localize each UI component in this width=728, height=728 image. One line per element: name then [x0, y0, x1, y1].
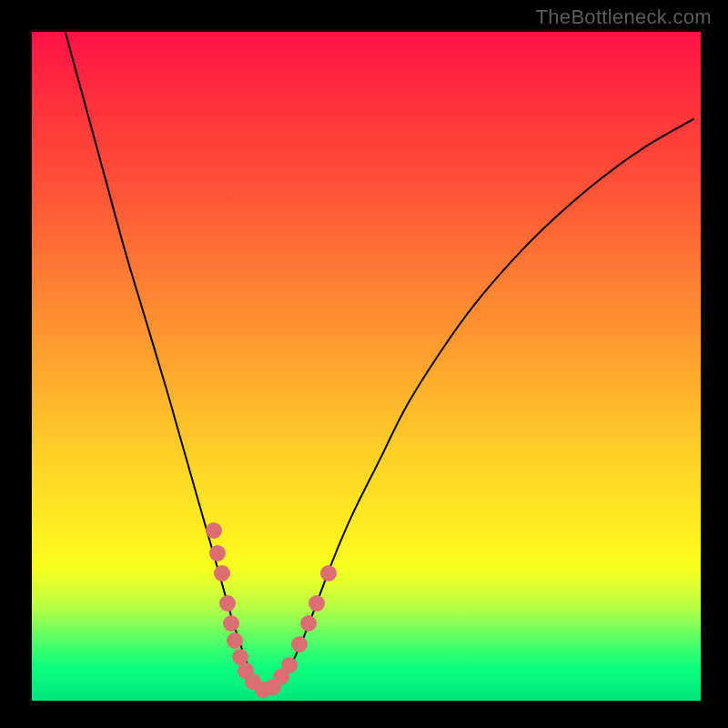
curve-svg [32, 32, 701, 701]
watermark-text: TheBottleneck.com [536, 5, 712, 29]
plot-area [32, 32, 701, 701]
chart-frame: TheBottleneck.com [0, 0, 728, 728]
bottleneck-curve [66, 32, 694, 693]
